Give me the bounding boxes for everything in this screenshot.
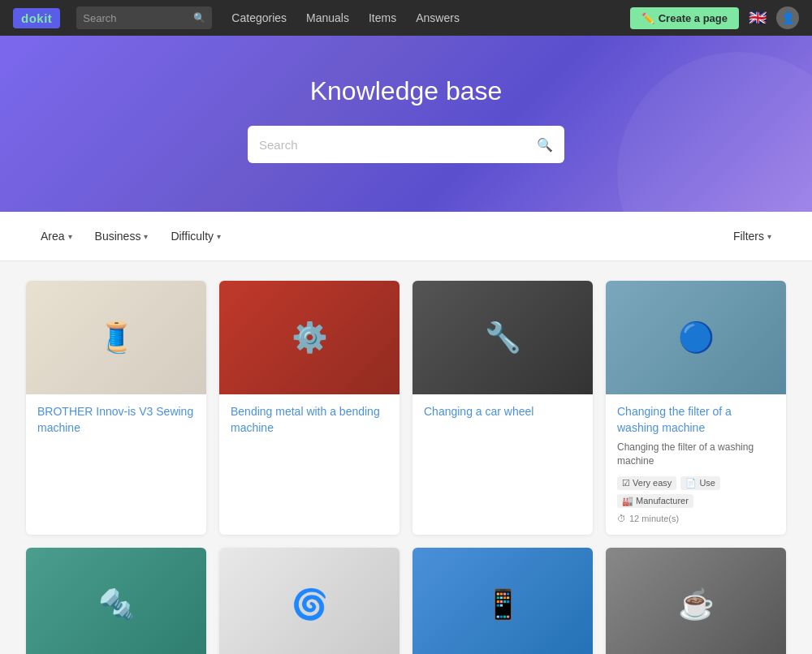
card-title[interactable]: Bending metal with a bending machine [231,405,380,434]
card-body: Bending metal with a bending machine [219,394,400,447]
logo[interactable]: dokit [13,8,60,28]
user-icon: 👤 [781,11,795,24]
difficulty-filter-button[interactable]: Difficulty ▾ [162,225,229,247]
pencil-icon: ✏️ [641,12,654,24]
card-image: 🌀 [219,548,400,654]
nav-links: Categories Manuals Items Answers [231,11,460,24]
user-avatar[interactable]: 👤 [776,6,799,29]
filters-button[interactable]: Filters ▾ [725,225,780,247]
card-image: 🔩 [26,548,206,654]
card-image: ☕ [606,548,786,654]
logo-text: dok [21,11,44,25]
nav-link-manuals[interactable]: Manuals [306,11,349,24]
navbar: dokit 🔍 Categories Manuals Items Answers… [0,0,812,36]
card-title[interactable]: Changing a car wheel [424,405,533,418]
hero-search-input[interactable] [259,138,529,152]
card-image: 🧵 [26,281,206,394]
nav-right: ✏️ Create a page 🇬🇧 👤 [630,6,799,29]
area-chevron-icon: ▾ [68,232,72,241]
nav-search-input[interactable] [83,12,188,24]
card-desc: Changing the filter of a washing machine [617,441,775,468]
clock-icon: ⏱ [617,514,626,523]
content-area: 🧵 BROTHER Innov-is V3 Sewing machine ⚙️ … [0,261,812,654]
card-nespresso[interactable]: ☕ Descale your Nespresso Pixie machine [606,548,786,654]
card-title[interactable]: BROTHER Innov-is V3 Sewing machine [37,405,193,434]
card-tags: ☑ Very easy📄 Use🏭 Manufacturer [617,476,775,508]
card-image: 🔧 [412,281,593,394]
card-tag: ☑ Very easy [617,476,676,490]
filters-chevron-icon: ▾ [767,232,771,241]
card-title[interactable]: Changing the filter of a washing machine [617,405,732,434]
business-filter-button[interactable]: Business ▾ [87,225,157,247]
hero-search-icon: 🔍 [537,137,553,153]
card-tag: 📄 Use [680,476,720,490]
card-body: BROTHER Innov-is V3 Sewing machine [26,394,206,447]
nav-link-items[interactable]: Items [369,11,396,24]
filters-right: Filters ▾ [725,225,780,247]
card-bending[interactable]: ⚙️ Bending metal with a bending machine [219,281,400,535]
card-sewing[interactable]: 🧵 BROTHER Innov-is V3 Sewing machine [26,281,206,535]
logo-accent: it [44,11,52,25]
hero-section: Knowledge base 🔍 [0,36,812,212]
card-body: Changing the filter of a washing machine… [606,394,786,535]
card-chainsaw[interactable]: 🔩 Changing the spark plug of a chainsaw [26,548,206,654]
card-time: ⏱ 12 minute(s) [617,514,775,523]
filters-bar: Area ▾ Business ▾ Difficulty ▾ Filters ▾ [0,212,812,261]
cards-grid: 🧵 BROTHER Innov-is V3 Sewing machine ⚙️ … [26,281,786,654]
hero-title: Knowledge base [16,76,796,106]
business-chevron-icon: ▾ [144,232,148,241]
nav-link-answers[interactable]: Answers [416,11,460,24]
area-filter-button[interactable]: Area ▾ [32,225,80,247]
create-page-button[interactable]: ✏️ Create a page [630,7,739,29]
difficulty-chevron-icon: ▾ [217,232,221,241]
card-body: Changing a car wheel [412,394,593,432]
nav-search-box: 🔍 [76,6,212,29]
card-image: 📱 [412,548,593,654]
hero-search-box: 🔍 [248,126,564,163]
nav-search-icon: 🔍 [193,12,205,24]
card-washing-filter[interactable]: 🔵 Changing the filter of a washing machi… [606,281,786,535]
card-image: ⚙️ [219,281,400,394]
card-tag: 🏭 Manufacturer [617,494,693,508]
language-flag[interactable]: 🇬🇧 [749,9,767,27]
card-image: 🔵 [606,281,786,394]
card-wheel[interactable]: 🔧 Changing a car wheel [412,281,593,535]
card-agitator[interactable]: 🌀 Cleaning the agitator of a washing mac… [219,548,400,654]
nav-link-categories[interactable]: Categories [231,11,287,24]
card-iphone[interactable]: 📱 Clear cache, cookies and history on yo… [412,548,593,654]
